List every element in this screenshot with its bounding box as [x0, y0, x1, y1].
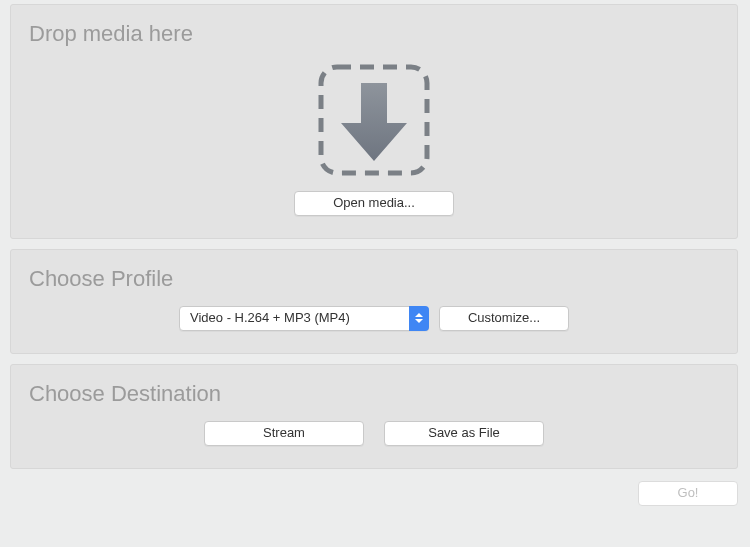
go-button: Go!: [638, 481, 738, 506]
profile-select-value: Video - H.264 + MP3 (MP4): [179, 306, 429, 331]
customize-button[interactable]: Customize...: [439, 306, 569, 331]
profile-select[interactable]: Video - H.264 + MP3 (MP4): [179, 306, 429, 331]
save-as-file-button[interactable]: Save as File: [384, 421, 544, 446]
stream-button[interactable]: Stream: [204, 421, 364, 446]
footer: Go!: [10, 479, 738, 506]
drop-media-title: Drop media here: [29, 21, 719, 47]
choose-destination-panel: Choose Destination Stream Save as File: [10, 364, 738, 469]
drop-media-panel: Drop media here Open media...: [10, 4, 738, 239]
destination-row: Stream Save as File: [29, 421, 719, 446]
profile-row: Video - H.264 + MP3 (MP4) Customize...: [29, 306, 719, 331]
choose-profile-title: Choose Profile: [29, 266, 719, 292]
open-media-button[interactable]: Open media...: [294, 191, 454, 216]
choose-destination-title: Choose Destination: [29, 381, 719, 407]
drop-media-body: Open media...: [29, 61, 719, 216]
drop-arrow-icon: [315, 61, 433, 179]
choose-profile-panel: Choose Profile Video - H.264 + MP3 (MP4)…: [10, 249, 738, 354]
